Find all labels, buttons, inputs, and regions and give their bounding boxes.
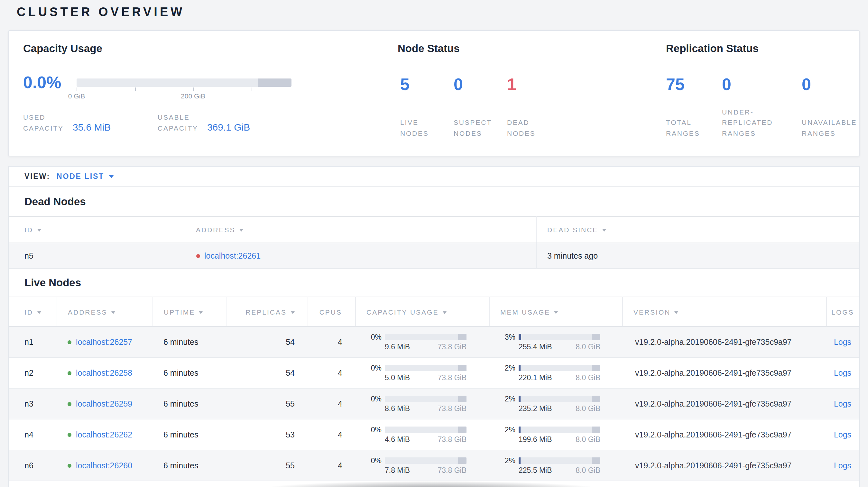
usable-capacity-label: USABLE CAPACITY	[158, 112, 198, 133]
dead-since-value: 3 minutes ago	[536, 243, 859, 268]
node-version: v19.2.0-alpha.20190606-2491-gfe735c9a97	[622, 326, 826, 357]
node-address-link[interactable]: localhost:26258	[76, 368, 132, 377]
logs-link[interactable]: Logs	[834, 337, 851, 347]
capacity-bar-other-fill	[459, 457, 466, 464]
col-header-address[interactable]: ADDRESS	[57, 297, 153, 326]
col-header-capacity-usage[interactable]: CAPACITY USAGE	[355, 297, 489, 326]
node-address-link[interactable]: localhost:26259	[76, 399, 132, 408]
col-header-replicas[interactable]: REPLICAS	[226, 297, 308, 326]
mem-percent: 2%	[500, 364, 516, 372]
live-nodes-table: ID ADDRESS UPTIME REPLICAS CPUS CAPACITY…	[9, 297, 859, 481]
capacity-gauge-track	[76, 78, 291, 87]
logs-link[interactable]: Logs	[834, 368, 851, 377]
under-replicated-count: 0	[722, 76, 802, 93]
mem-usage-cell: 2% 220.1 MiB8.0 GiB	[500, 364, 622, 382]
under-replicated-label: UNDER- REPLICATED RANGES	[722, 106, 802, 138]
stat-dead-nodes: 1 DEAD NODES	[507, 76, 560, 138]
mem-used-value: 235.2 MiB	[519, 404, 552, 412]
mem-used-value: 199.6 MiB	[519, 435, 552, 443]
capacity-total-value: 73.8 GiB	[438, 466, 467, 474]
usable-capacity-stat: USABLE CAPACITY 369.1 GiB	[158, 112, 250, 133]
capacity-percent: 0%	[366, 333, 381, 341]
sort-desc-icon	[37, 229, 41, 232]
col-header-mem-usage[interactable]: MEM USAGE	[489, 297, 622, 326]
view-selector[interactable]: NODE LIST	[57, 172, 114, 180]
capacity-used-value: 5.0 MiB	[385, 374, 410, 382]
total-ranges-count: 75	[666, 76, 722, 93]
sort-desc-icon	[239, 229, 243, 232]
dead-nodes-label: DEAD NODES	[507, 117, 560, 138]
live-nodes-heading: Live Nodes	[9, 269, 859, 297]
capacity-used-value: 8.6 MiB	[385, 404, 410, 412]
axis-tick	[76, 87, 77, 90]
dead-nodes-count: 1	[507, 76, 560, 93]
capacity-bar	[385, 365, 466, 371]
node-uptime: 6 minutes	[153, 326, 226, 357]
mem-total-value: 8.0 GiB	[576, 374, 600, 382]
node-address-link[interactable]: localhost:26260	[76, 461, 132, 470]
mem-bar-used-fill	[519, 334, 521, 340]
axis-tick	[251, 87, 252, 90]
sort-desc-icon	[602, 229, 606, 232]
node-id: n3	[9, 388, 57, 419]
col-header-logs: LOGS	[826, 297, 859, 326]
node-id: n6	[9, 450, 57, 481]
nodes-panel: VIEW: NODE LIST Dead Nodes ID ADDRESS DE…	[8, 166, 860, 487]
node-live-dot-icon	[68, 402, 71, 405]
col-header-dead-since[interactable]: DEAD SINCE	[536, 217, 859, 243]
capacity-usage-title: Capacity Usage	[23, 41, 398, 55]
capacity-percent: 0%	[366, 364, 381, 372]
capacity-bar-other-fill	[459, 396, 466, 402]
col-header-address[interactable]: ADDRESS	[185, 217, 536, 243]
capacity-percent: 0.0%	[23, 73, 76, 91]
axis-label: 200 GiB	[181, 92, 205, 99]
capacity-total-value: 73.8 GiB	[438, 343, 467, 351]
mem-bar-other-fill	[592, 334, 600, 340]
capacity-total-value: 73.8 GiB	[438, 435, 467, 443]
total-ranges-label: TOTAL RANGES	[666, 117, 722, 138]
node-address-link[interactable]: localhost:26261	[204, 251, 260, 260]
used-capacity-value: 35.6 MiB	[73, 122, 111, 133]
node-live-dot-icon	[68, 340, 71, 344]
mem-usage-cell: 2% 199.6 MiB8.0 GiB	[500, 426, 622, 443]
mem-total-value: 8.0 GiB	[576, 343, 600, 351]
node-live-dot-icon	[68, 433, 71, 436]
summary-card: Capacity Usage 0.0% 0 GiB 200 GiB	[8, 30, 860, 156]
logs-link[interactable]: Logs	[834, 399, 851, 408]
capacity-usage-cell: 0% 8.6 MiB73.8 GiB	[366, 395, 489, 412]
capacity-bar-other-fill	[459, 426, 466, 433]
node-replicas: 54	[226, 357, 308, 388]
suspect-nodes-label: SUSPECT NODES	[454, 117, 507, 138]
col-header-id[interactable]: ID	[9, 297, 57, 326]
node-id: n4	[9, 419, 57, 450]
node-id: n2	[9, 357, 57, 388]
capacity-bar-other-fill	[459, 365, 466, 371]
node-address-link[interactable]: localhost:26257	[76, 337, 132, 347]
logs-link[interactable]: Logs	[834, 430, 851, 439]
col-header-version[interactable]: VERSION	[622, 297, 826, 326]
node-id: n5	[9, 243, 185, 268]
node-status-section: Node Status 5 LIVE NODES 0 SUSPECT NODES…	[398, 41, 666, 156]
mem-total-value: 8.0 GiB	[576, 404, 600, 412]
node-status-title: Node Status	[398, 41, 666, 55]
capacity-bar	[385, 396, 466, 402]
live-node-row: n6 localhost:26260 6 minutes 55 4 0% 7.8…	[9, 450, 859, 481]
capacity-total-value: 73.8 GiB	[438, 404, 467, 412]
sort-desc-icon	[675, 311, 679, 314]
capacity-bar-other-fill	[459, 334, 466, 340]
used-capacity-label: USED CAPACITY	[23, 112, 64, 133]
col-header-id[interactable]: ID	[9, 217, 185, 243]
mem-bar-used-fill	[519, 396, 520, 402]
mem-bar	[519, 334, 600, 340]
sort-desc-icon	[290, 311, 294, 314]
dead-nodes-table: ID ADDRESS DEAD SINCE n5 localhost:26261…	[9, 216, 859, 269]
node-replicas: 54	[226, 326, 308, 357]
mem-usage-cell: 2% 235.2 MiB8.0 GiB	[500, 395, 622, 412]
live-nodes-label: LIVE NODES	[400, 117, 454, 138]
col-header-uptime[interactable]: UPTIME	[153, 297, 226, 326]
logs-link[interactable]: Logs	[834, 461, 851, 470]
capacity-usage-cell: 0% 9.6 MiB73.8 GiB	[366, 333, 489, 351]
capacity-bar	[385, 457, 466, 464]
mem-bar	[519, 426, 600, 433]
node-address-link[interactable]: localhost:26262	[76, 430, 132, 439]
